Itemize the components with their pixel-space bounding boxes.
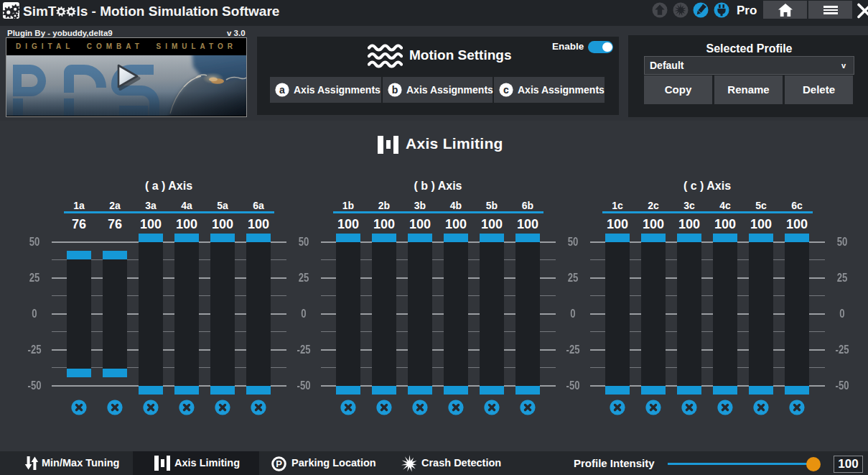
svg-text:P: P [276, 458, 282, 469]
svg-text:a: a [279, 84, 285, 96]
svg-text:b: b [392, 84, 398, 96]
svg-text:c: c [503, 84, 509, 96]
